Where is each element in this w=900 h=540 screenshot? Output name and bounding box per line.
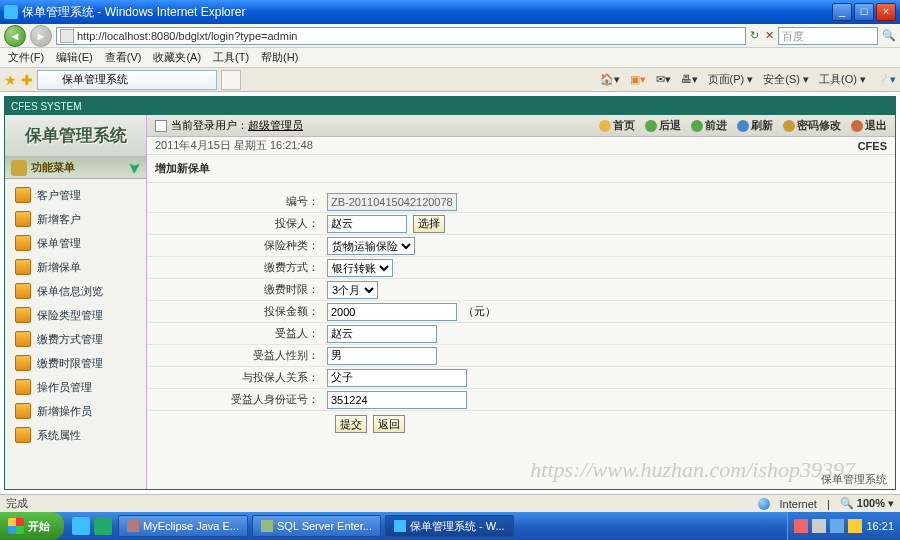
select-insured-button[interactable]: 选择 — [413, 215, 445, 233]
input-benef[interactable] — [327, 325, 437, 343]
tray-volume-icon[interactable] — [812, 519, 826, 533]
submit-button[interactable]: 提交 — [335, 415, 367, 433]
menu-edit[interactable]: 编辑(E) — [56, 50, 93, 65]
menu-icon — [15, 307, 31, 323]
quicklaunch-desktop-icon[interactable] — [94, 517, 112, 535]
date-bar: 2011年4月15日 星期五 16:21:48 CFES — [147, 137, 895, 155]
tray-network-icon[interactable] — [830, 519, 844, 533]
home-icon[interactable]: 🏠▾ — [600, 73, 620, 86]
window-maximize-button[interactable]: □ — [854, 3, 874, 21]
task-icon — [127, 520, 139, 532]
reload-icon[interactable]: ↻ — [750, 29, 759, 42]
quicklaunch-ie-icon[interactable] — [72, 517, 90, 535]
nav-back-button[interactable]: ◄ — [4, 25, 26, 47]
back-button[interactable]: 返回 — [373, 415, 405, 433]
sidebar-item-customers[interactable]: 客户管理 — [5, 183, 146, 207]
select-pay-term[interactable]: 3个月 — [327, 281, 378, 299]
window-titlebar: 保单管理系统 - Windows Internet Explorer _ □ × — [0, 0, 900, 24]
label-insured: 投保人： — [147, 216, 327, 231]
label-type: 保险种类： — [147, 238, 327, 253]
sidebar-item-add-operator[interactable]: 新增操作员 — [5, 399, 146, 423]
safety-menu[interactable]: 安全(S) ▾ — [763, 72, 809, 87]
select-pay-type[interactable]: 银行转账 — [327, 259, 393, 277]
policy-form: 编号： 投保人：选择 保险种类：货物运输保险 缴费方式：银行转账 缴费时限：3个… — [147, 183, 895, 437]
windows-logo-icon — [8, 518, 24, 534]
internet-zone-icon — [758, 498, 770, 510]
sidebar-item-label: 系统属性 — [37, 428, 81, 443]
sidebar-item-pay-terms[interactable]: 缴费时限管理 — [5, 351, 146, 375]
tray-shield-icon[interactable] — [848, 519, 862, 533]
sidebar-item-pay-methods[interactable]: 缴费方式管理 — [5, 327, 146, 351]
menu-icon — [15, 283, 31, 299]
tab-favicon — [46, 74, 58, 86]
favorites-star-icon[interactable]: ★ — [4, 72, 17, 88]
input-benef-id[interactable] — [327, 391, 467, 409]
mail-icon[interactable]: ✉▾ — [656, 73, 671, 86]
sidebar-item-add-policy[interactable]: 新增保单 — [5, 255, 146, 279]
ie-nav-toolbar: ◄ ► http://localhost:8080/bdglxt/login?t… — [0, 24, 900, 48]
input-benef-sex[interactable] — [327, 347, 437, 365]
new-tab-button[interactable] — [221, 70, 241, 90]
menu-help[interactable]: 帮助(H) — [261, 50, 298, 65]
sidebar-item-add-customer[interactable]: 新增客户 — [5, 207, 146, 231]
input-amount[interactable] — [327, 303, 457, 321]
link-forward[interactable]: 前进 — [691, 118, 727, 133]
link-label: 退出 — [865, 118, 887, 133]
help-icon[interactable]: ❔▾ — [876, 73, 896, 86]
task-label: MyEclipse Java E... — [143, 520, 239, 532]
sidebar-header[interactable]: 功能菜单 ⮟ — [5, 157, 146, 179]
sidebar-item-policies[interactable]: 保单管理 — [5, 231, 146, 255]
print-icon[interactable]: 🖶▾ — [681, 73, 698, 86]
link-logout[interactable]: 退出 — [851, 118, 887, 133]
app-status-label: 保单管理系统 — [821, 472, 887, 487]
sidebar-item-operators[interactable]: 操作员管理 — [5, 375, 146, 399]
panel-title: 增加新保单 — [147, 155, 895, 183]
tab-title: 保单管理系统 — [62, 72, 128, 87]
input-insured[interactable] — [327, 215, 407, 233]
sidebar-items: 客户管理 新增客户 保单管理 新增保单 保单信息浏览 保险类型管理 缴费方式管理… — [5, 179, 146, 451]
sidebar-item-label: 缴费方式管理 — [37, 332, 103, 347]
stop-icon[interactable]: ✕ — [765, 29, 774, 42]
browser-tab[interactable]: 保单管理系统 — [37, 70, 217, 90]
start-button[interactable]: 开始 — [0, 512, 64, 540]
label-bsex: 受益人性别： — [147, 348, 327, 363]
label-paytype: 缴费方式： — [147, 260, 327, 275]
ie-status-bar: 完成 Internet | 🔍 100% ▾ — [0, 494, 900, 512]
sidebar: 保单管理系统 功能菜单 ⮟ 客户管理 新增客户 保单管理 新增保单 保单信息浏览… — [5, 115, 147, 489]
input-relation[interactable] — [327, 369, 467, 387]
link-password[interactable]: 密码修改 — [783, 118, 841, 133]
tray-clock[interactable]: 16:21 — [866, 520, 894, 532]
menu-view[interactable]: 查看(V) — [105, 50, 142, 65]
link-refresh[interactable]: 刷新 — [737, 118, 773, 133]
tray-icon[interactable] — [794, 519, 808, 533]
page-menu[interactable]: 页面(P) ▾ — [708, 72, 754, 87]
zoom-text: 100% — [857, 497, 885, 509]
forward-icon — [691, 120, 703, 132]
datetime-text: 2011年4月15日 星期五 16:21:48 — [155, 138, 313, 153]
sidebar-item-ins-types[interactable]: 保险类型管理 — [5, 303, 146, 327]
sidebar-item-system-props[interactable]: 系统属性 — [5, 423, 146, 447]
sidebar-header-label: 功能菜单 — [31, 160, 75, 175]
address-bar[interactable]: http://localhost:8080/bdglxt/login?type=… — [56, 27, 746, 45]
search-box[interactable]: 百度 — [778, 27, 878, 45]
search-magnifier-icon[interactable]: 🔍 — [882, 29, 896, 42]
link-home[interactable]: 首页 — [599, 118, 635, 133]
window-close-button[interactable]: × — [876, 3, 896, 21]
task-sqlserver[interactable]: SQL Server Enter... — [252, 515, 381, 537]
link-back[interactable]: 后退 — [645, 118, 681, 133]
feed-icon[interactable]: ▣▾ — [630, 73, 646, 86]
select-ins-type[interactable]: 货物运输保险 — [327, 237, 415, 255]
task-myeclipse[interactable]: MyEclipse Java E... — [118, 515, 248, 537]
zoom-level[interactable]: 🔍 100% ▾ — [840, 497, 894, 510]
ie-menu-bar: 文件(F) 编辑(E) 查看(V) 收藏夹(A) 工具(T) 帮助(H) — [0, 48, 900, 68]
page-viewport: CFES SYSTEM 保单管理系统 功能菜单 ⮟ 客户管理 新增客户 保单管理… — [0, 92, 900, 494]
menu-file[interactable]: 文件(F) — [8, 50, 44, 65]
menu-favorites[interactable]: 收藏夹(A) — [153, 50, 201, 65]
window-minimize-button[interactable]: _ — [832, 3, 852, 21]
menu-tools[interactable]: 工具(T) — [213, 50, 249, 65]
cfes-logo: CFES — [858, 140, 887, 152]
tools-menu[interactable]: 工具(O) ▾ — [819, 72, 866, 87]
sidebar-item-policy-browse[interactable]: 保单信息浏览 — [5, 279, 146, 303]
task-ie-active[interactable]: 保单管理系统 - W... — [385, 515, 514, 537]
favorites-add-icon[interactable]: ✚ — [21, 72, 33, 88]
